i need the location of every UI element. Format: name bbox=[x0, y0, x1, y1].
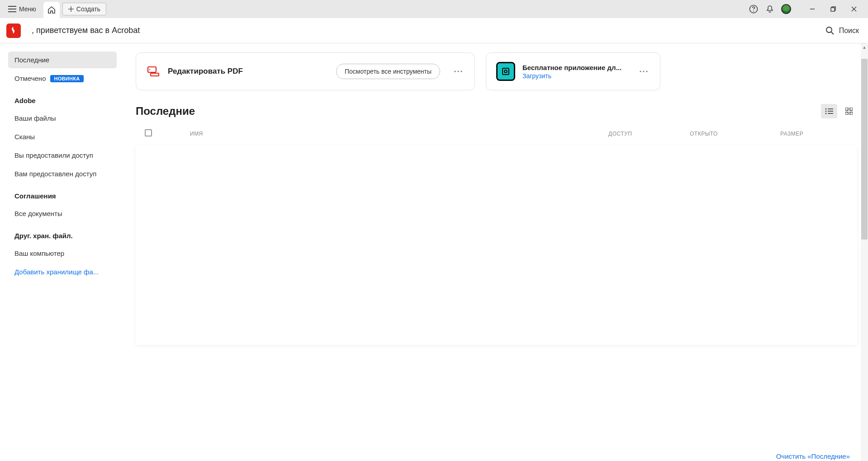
search-button[interactable]: Поиск bbox=[825, 26, 859, 35]
svg-point-7 bbox=[454, 71, 455, 72]
menu-button[interactable]: Меню bbox=[4, 3, 41, 15]
titlebar-left: Меню Создать bbox=[4, 0, 106, 18]
sidebar-item-shared-by-you[interactable]: Вы предоставили доступ bbox=[8, 147, 117, 164]
column-access[interactable]: ДОСТУП bbox=[608, 131, 690, 137]
titlebar: Меню Создать bbox=[0, 0, 868, 18]
welcome-text: , приветствуем вас в Acrobat bbox=[32, 26, 140, 35]
select-all-checkbox[interactable] bbox=[145, 129, 152, 136]
create-label: Создать bbox=[76, 5, 100, 13]
svg-point-1 bbox=[753, 11, 754, 12]
home-icon bbox=[47, 6, 56, 14]
svg-rect-23 bbox=[845, 112, 848, 115]
column-opened[interactable]: ОТКРЫТО bbox=[690, 131, 780, 137]
svg-rect-20 bbox=[828, 113, 833, 114]
svg-point-13 bbox=[643, 71, 644, 72]
plus-icon bbox=[68, 6, 74, 12]
minimize-button[interactable] bbox=[802, 2, 823, 16]
sidebar-item-your-computer[interactable]: Ваш компьютер bbox=[8, 245, 117, 262]
section-title: Последние bbox=[136, 105, 195, 118]
more-icon bbox=[454, 71, 462, 72]
card-title: Редактировать PDF bbox=[168, 67, 243, 76]
notifications-button[interactable] bbox=[765, 4, 775, 14]
svg-rect-4 bbox=[148, 67, 156, 72]
sidebar-item-shared-with-you[interactable]: Вам предоставлен доступ bbox=[8, 165, 117, 182]
sidebar-item-starred[interactable]: Отмечено НОВИНКА bbox=[8, 70, 117, 87]
home-tab[interactable] bbox=[43, 2, 60, 18]
column-name[interactable]: ИМЯ bbox=[163, 131, 608, 137]
close-icon bbox=[851, 6, 857, 12]
sidebar-item-label: Все документы bbox=[14, 210, 62, 217]
svg-point-11 bbox=[504, 70, 507, 73]
create-button[interactable]: Создать bbox=[62, 3, 106, 15]
sidebar-item-add-storage[interactable]: Добавить хранилище фа... bbox=[8, 263, 117, 280]
list-icon bbox=[825, 108, 833, 114]
hamburger-icon bbox=[8, 6, 16, 12]
help-button[interactable] bbox=[749, 4, 759, 14]
window-controls bbox=[802, 2, 864, 16]
sidebar-item-label: Вам предоставлен доступ bbox=[14, 170, 96, 178]
vertical-scrollbar[interactable]: ▲ bbox=[861, 43, 868, 461]
svg-point-19 bbox=[825, 113, 827, 114]
sidebar-item-label: Отмечено bbox=[14, 75, 46, 82]
table-header: ИМЯ ДОСТУП ОТКРЫТО РАЗМЕР bbox=[136, 126, 857, 144]
promo-more-button[interactable] bbox=[637, 65, 650, 78]
scrollbar-thumb[interactable] bbox=[861, 59, 868, 240]
svg-rect-10 bbox=[503, 68, 509, 75]
view-toggle bbox=[821, 104, 857, 118]
column-size[interactable]: РАЗМЕР bbox=[780, 131, 857, 137]
scan-app-icon bbox=[496, 62, 515, 81]
search-icon bbox=[825, 26, 835, 35]
select-all-cell bbox=[136, 129, 163, 138]
sidebar: Последние Отмечено НОВИНКА Adobe Ваши фа… bbox=[0, 43, 122, 461]
sidebar-item-label: Сканы bbox=[14, 133, 35, 141]
clear-recent-link[interactable]: Очистить «Последние» bbox=[776, 452, 850, 460]
svg-point-8 bbox=[457, 71, 459, 72]
svg-rect-21 bbox=[845, 108, 848, 110]
sidebar-item-label: Добавить хранилище фа... bbox=[14, 268, 99, 276]
account-button[interactable] bbox=[781, 4, 791, 14]
sidebar-item-label: Вы предоставили доступ bbox=[14, 151, 93, 159]
app-header: , приветствуем вас в Acrobat Поиск bbox=[0, 18, 868, 43]
edit-pdf-icon bbox=[146, 64, 161, 79]
scroll-up-arrow[interactable]: ▲ bbox=[861, 43, 868, 51]
maximize-icon bbox=[830, 6, 836, 12]
list-view-button[interactable] bbox=[821, 104, 837, 118]
avatar-icon bbox=[781, 4, 791, 14]
sidebar-heading-agreements: Соглашения bbox=[8, 184, 117, 203]
more-icon bbox=[640, 71, 648, 72]
card-scan-promo: Бесплатное приложение дл... Загрузить bbox=[486, 52, 660, 90]
promo-download-link[interactable]: Загрузить bbox=[522, 72, 626, 80]
card-more-button[interactable] bbox=[452, 65, 465, 78]
sidebar-item-your-files[interactable]: Ваши файлы bbox=[8, 110, 117, 127]
svg-rect-2 bbox=[831, 8, 835, 11]
svg-point-6 bbox=[149, 69, 150, 70]
svg-rect-22 bbox=[850, 108, 853, 110]
titlebar-right bbox=[749, 2, 864, 16]
svg-rect-18 bbox=[828, 111, 833, 112]
badge-new: НОВИНКА bbox=[50, 75, 83, 82]
svg-rect-16 bbox=[828, 108, 833, 109]
minimize-icon bbox=[810, 6, 815, 12]
svg-rect-5 bbox=[151, 73, 159, 76]
sidebar-item-label: Ваш компьютер bbox=[14, 249, 64, 257]
promo-text: Бесплатное приложение дл... Загрузить bbox=[522, 64, 626, 80]
card-edit-pdf: Редактировать PDF Посмотреть все инструм… bbox=[136, 52, 475, 90]
file-list-area bbox=[136, 146, 857, 345]
sidebar-heading-adobe: Adobe bbox=[8, 89, 117, 108]
sidebar-heading-storage: Друг. хран. файл. bbox=[8, 224, 117, 243]
svg-point-15 bbox=[825, 108, 827, 110]
see-all-tools-button[interactable]: Посмотреть все инструменты bbox=[336, 64, 440, 79]
sidebar-item-recent[interactable]: Последние bbox=[8, 52, 117, 68]
maximize-button[interactable] bbox=[823, 2, 844, 16]
grid-icon bbox=[845, 108, 853, 115]
grid-view-button[interactable] bbox=[841, 104, 857, 118]
promo-title: Бесплатное приложение дл... bbox=[522, 64, 626, 71]
close-button[interactable] bbox=[844, 2, 864, 16]
sidebar-item-label: Последние bbox=[14, 56, 49, 64]
menu-label: Меню bbox=[19, 5, 36, 13]
search-label: Поиск bbox=[839, 27, 859, 35]
svg-point-3 bbox=[826, 27, 832, 33]
sidebar-item-all-documents[interactable]: Все документы bbox=[8, 205, 117, 222]
sidebar-item-scans[interactable]: Сканы bbox=[8, 128, 117, 145]
section-header: Последние bbox=[136, 104, 857, 118]
